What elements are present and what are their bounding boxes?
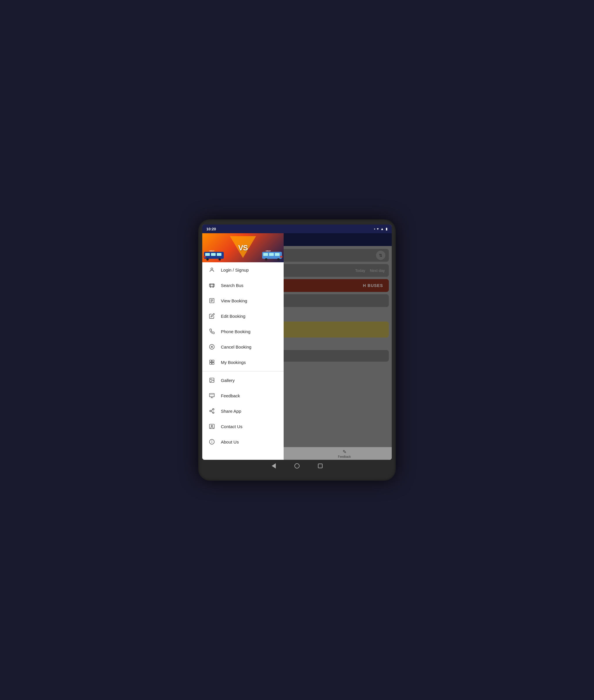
menu-item-share-app[interactable]: Share App: [202, 404, 284, 419]
menu-item-edit-booking[interactable]: Edit Booking: [202, 309, 284, 324]
share-icon: [208, 407, 216, 415]
view-booking-label: View Booking: [221, 298, 247, 303]
menu-item-gallery[interactable]: Gallery: [202, 373, 284, 388]
wifi-icon: ▾: [377, 227, 379, 231]
menu-item-contact-us[interactable]: Contact Us: [202, 419, 284, 434]
bus-right-icon: VIRAT: [259, 249, 283, 260]
signal-icon: ▲: [381, 227, 384, 231]
drawer-header: VS VIRAT: [202, 233, 284, 262]
svg-point-40: [213, 409, 214, 410]
svg-rect-10: [269, 253, 274, 256]
svg-rect-9: [263, 253, 268, 256]
about-us-label: About Us: [221, 440, 239, 444]
svg-text:VIRAT: VIRAT: [209, 250, 214, 252]
menu-item-about-us[interactable]: About Us: [202, 434, 284, 450]
menu-item-phone-booking[interactable]: Phone Booking: [202, 324, 284, 339]
svg-rect-3: [217, 253, 222, 256]
svg-point-35: [211, 379, 211, 380]
svg-rect-36: [209, 393, 214, 397]
svg-rect-11: [275, 253, 279, 256]
info-icon: [208, 438, 216, 446]
side-drawer: VS VIRAT: [202, 233, 284, 460]
menu-divider: [202, 371, 284, 372]
svg-point-20: [210, 286, 211, 287]
home-button[interactable]: [294, 463, 300, 469]
feedback-menu-label: Feedback: [221, 393, 240, 398]
svg-text:VIRAT: VIRAT: [266, 250, 271, 252]
gallery-label: Gallery: [221, 378, 235, 383]
login-label: Login / Signup: [221, 268, 249, 273]
share-app-label: Share App: [221, 409, 241, 414]
svg-rect-1: [205, 253, 210, 256]
vs-logo-text: VS: [238, 243, 248, 252]
svg-rect-6: [203, 256, 206, 258]
svg-rect-30: [210, 360, 212, 362]
cancel-booking-label: Cancel Booking: [221, 345, 252, 349]
bookings-icon: [208, 358, 216, 366]
svg-rect-2: [211, 253, 216, 256]
list-icon: [208, 297, 216, 304]
menu-item-view-booking[interactable]: View Booking: [202, 293, 284, 309]
tablet-screen: 10:20 ▪ ▾ ▲ ▮ VIRAT TRAVELS: [202, 224, 392, 460]
tablet-frame: 10:20 ▪ ▾ ▲ ▮ VIRAT TRAVELS: [198, 219, 396, 481]
contact-icon: [208, 423, 216, 430]
menu-item-cancel-booking[interactable]: Cancel Booking: [202, 339, 284, 355]
svg-point-41: [210, 411, 211, 412]
recents-button[interactable]: [317, 463, 323, 469]
phone-icon: [208, 328, 216, 335]
svg-point-16: [211, 268, 213, 270]
menu-item-login[interactable]: Login / Signup: [202, 262, 284, 278]
edit-booking-label: Edit Booking: [221, 314, 245, 319]
sim-icon: ▪: [374, 227, 375, 231]
battery-icon: ▮: [386, 227, 388, 231]
svg-rect-33: [212, 362, 214, 364]
svg-rect-14: [280, 256, 283, 258]
bus-icon: [208, 281, 216, 289]
search-bus-label: Search Bus: [221, 283, 243, 288]
person-icon: [208, 266, 216, 274]
gallery-icon: [208, 377, 216, 384]
menu-item-my-bookings[interactable]: My Bookings: [202, 355, 284, 370]
feedback-icon: [208, 392, 216, 399]
svg-point-13: [277, 258, 279, 260]
back-button[interactable]: [271, 463, 277, 469]
contact-us-label: Contact Us: [221, 424, 242, 429]
tablet-nav-bar: [202, 460, 392, 472]
svg-point-5: [219, 258, 221, 260]
svg-line-44: [211, 410, 213, 411]
status-time: 10:20: [206, 227, 216, 231]
screen-content: VIRAT TRAVELS ⇅ Today Next day H BUSES: [202, 233, 392, 460]
bus-left-icon: VIRAT: [203, 249, 227, 260]
cancel-icon: [208, 343, 216, 351]
svg-line-43: [211, 411, 213, 412]
menu-item-feedback[interactable]: Feedback: [202, 388, 284, 404]
svg-rect-32: [210, 362, 212, 364]
menu-item-search-bus[interactable]: Search Bus: [202, 278, 284, 293]
pencil-icon: [208, 312, 216, 320]
svg-rect-31: [212, 360, 214, 362]
svg-point-21: [213, 286, 213, 287]
svg-point-42: [213, 412, 214, 413]
phone-booking-label: Phone Booking: [221, 329, 251, 334]
status-bar: 10:20 ▪ ▾ ▲ ▮: [202, 224, 392, 233]
svg-point-12: [265, 258, 267, 260]
status-icons-group: ▪ ▾ ▲ ▮: [374, 227, 388, 231]
svg-point-46: [211, 425, 213, 427]
svg-point-4: [206, 258, 209, 260]
my-bookings-label: My Bookings: [221, 360, 246, 365]
